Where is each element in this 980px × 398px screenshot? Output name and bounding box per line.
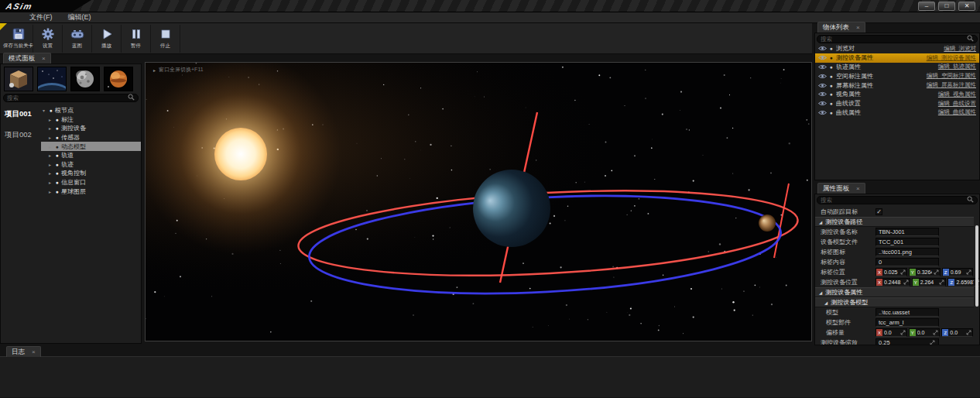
project-tab-0[interactable]: 项目001 (1, 107, 41, 128)
object-list-search-input[interactable]: 搜索 (817, 35, 978, 43)
object-edit-link[interactable]: 编辑_曲线属性 (938, 108, 976, 116)
tab-log-label: 日志 (12, 348, 25, 357)
property-value-field[interactable]: 0 (875, 258, 939, 266)
property-value-field[interactable]: TBN-J001 (875, 228, 939, 236)
property-value-field[interactable]: 0.25 (875, 338, 939, 345)
toolbar-button-save-floppy[interactable]: 保存当前关卡 (4, 25, 33, 53)
object-label: 曲线属性 (836, 108, 935, 117)
object-row-6[interactable]: ●曲线设置编辑_曲线设置 (815, 99, 979, 108)
visibility-eye-icon[interactable] (818, 55, 827, 60)
toolbar-button-pause[interactable]: 暂停 (122, 25, 151, 53)
tree-item-root[interactable]: ▾●根节点 (41, 106, 141, 115)
property-section-1[interactable]: ◢测控设备路径 (815, 217, 974, 227)
menu-file[interactable]: 文件(F) (29, 12, 53, 22)
toolbar-button-label: 播放 (101, 43, 111, 50)
mode-panel-search-input[interactable]: 搜索 (3, 94, 139, 102)
object-edit-link[interactable]: 编辑_视角属性 (938, 91, 976, 98)
property-value-field[interactable]: ..\tcc001.png (875, 248, 939, 256)
tab-object-list[interactable]: 物体列表 × (817, 22, 865, 33)
close-button[interactable]: ✕ (958, 2, 975, 11)
maximize-button[interactable]: □ (938, 2, 955, 11)
property-value-field[interactable]: tcc_arm_l (875, 318, 939, 327)
vector-field-y[interactable]: Y2.264 (912, 278, 947, 286)
toolbar-button-blueprint-gamepad[interactable]: 蓝图 (63, 25, 92, 53)
blueprint-gamepad-icon (70, 26, 85, 43)
vector-field-y[interactable]: Y0.32645 (909, 268, 941, 276)
close-icon[interactable]: × (856, 185, 860, 192)
object-row-3[interactable]: ●空间标注属性编辑_空间标注属性 (815, 71, 979, 81)
save-floppy-icon (11, 26, 26, 43)
tree-item-8[interactable]: ▸●星球图层 (41, 187, 141, 196)
vector-field-x[interactable]: X0.025 (875, 268, 907, 276)
asteroid-thumbnail[interactable] (70, 67, 100, 91)
object-row-5[interactable]: ●视角属性编辑_视角属性 (815, 90, 979, 99)
vector-field-z[interactable]: Z0.69 (942, 268, 974, 276)
visibility-eye-icon[interactable] (818, 74, 827, 79)
visibility-eye-icon[interactable] (818, 83, 827, 88)
tree-item-1[interactable]: ▸●测控设备 (41, 124, 141, 133)
visibility-eye-icon[interactable] (818, 101, 827, 106)
property-section-9[interactable]: ◢测控设备模型 (815, 297, 974, 307)
object-row-0[interactable]: ●浏览对编辑_浏览对 (815, 44, 979, 53)
tree-item-7[interactable]: ▸●信息窗口 (41, 178, 141, 187)
property-value-field[interactable]: ..\tcc.uasset (875, 308, 939, 317)
vector-field-y[interactable]: Y0.0 (909, 328, 941, 337)
3d-viewport[interactable]: ▸ 窗口全屏切换+F11 (145, 62, 812, 341)
tree-item-6[interactable]: ▸●视角控制 (41, 169, 141, 178)
object-edit-link[interactable]: 编辑_空间标注属性 (927, 72, 976, 80)
object-row-2[interactable]: ●轨迹属性编辑_轨迹属性 (815, 63, 979, 72)
search-icon (128, 94, 135, 102)
object-edit-link[interactable]: 编辑_屏幕标注属性 (927, 81, 976, 89)
toolbar-button-label: 暂停 (131, 43, 141, 50)
properties-scrollbar[interactable] (975, 225, 978, 307)
object-edit-link[interactable]: 编辑_测控设备属性 (927, 54, 976, 62)
toolbar-button-label: 保存当前关卡 (3, 43, 33, 50)
object-row-1[interactable]: ●测控设备属性编辑_测控设备属性 (815, 53, 979, 63)
project-tab-1[interactable]: 项目002 (1, 128, 41, 149)
tree-item-label: 传感器 (61, 133, 80, 142)
tab-mode-panel[interactable]: 模式面板 × (3, 53, 51, 63)
close-icon[interactable]: × (856, 24, 860, 31)
tree-item-0[interactable]: ▸●标注 (41, 115, 141, 125)
tree-item-3[interactable]: ▸●动态模型 (41, 142, 141, 151)
close-icon[interactable]: × (32, 348, 36, 355)
object-row-7[interactable]: ●曲线属性编辑_曲线属性 (815, 108, 979, 118)
visibility-eye-icon[interactable] (818, 46, 827, 51)
vector-field-x[interactable]: X0.2448 (875, 278, 910, 286)
tree-item-5[interactable]: ▸●轨迹 (41, 160, 141, 170)
property-section-8[interactable]: ◢测控设备属性 (815, 287, 974, 297)
visibility-eye-icon[interactable] (818, 91, 827, 97)
object-edit-link[interactable]: 编辑_轨迹属性 (938, 63, 976, 70)
object-edit-link[interactable]: 编辑_曲线设置 (938, 100, 976, 108)
tree-item-2[interactable]: ▸●传感器 (41, 133, 141, 142)
search-icon (967, 35, 974, 43)
tab-log[interactable]: 日志 × (6, 346, 41, 357)
object-row-4[interactable]: ●屏幕标注属性编辑_屏幕标注属性 (815, 81, 979, 90)
toolbar-button-stop[interactable]: 停止 (151, 25, 180, 53)
visibility-eye-icon[interactable] (818, 64, 827, 70)
properties-search-input[interactable]: 搜索 (817, 196, 978, 204)
box-thumbnail[interactable] (4, 67, 33, 91)
tree-item-4[interactable]: ▸●轨道 (41, 151, 141, 160)
minimize-button[interactable]: – (918, 2, 935, 11)
vector-field-x[interactable]: X0.0 (875, 328, 907, 337)
property-label: 标签内容 (815, 258, 875, 266)
checkbox[interactable]: ✓ (875, 208, 882, 215)
property-label: 模型 (815, 308, 875, 317)
vector-value: 0.0 (950, 330, 965, 335)
tree-item-label: 标注 (61, 115, 74, 124)
sky-thumbnail[interactable] (37, 67, 67, 91)
property-row-13: 测控设备缩放0.25 (815, 338, 974, 345)
close-icon[interactable]: × (42, 55, 46, 62)
object-edit-link[interactable]: 编辑_浏览对 (944, 45, 976, 53)
tab-properties[interactable]: 属性面板 × (817, 183, 865, 194)
visibility-eye-icon[interactable] (818, 110, 827, 115)
property-value-field[interactable]: TCC_001 (875, 238, 939, 246)
planet-thumbnail[interactable] (104, 67, 133, 91)
log-panel (0, 356, 980, 397)
toolbar-button-settings-gear[interactable]: 设置 (33, 25, 63, 53)
vector-field-z[interactable]: Z0.0 (941, 328, 973, 337)
axis-chip-y: Y (910, 269, 916, 276)
toolbar-button-play[interactable]: 播放 (92, 25, 122, 53)
menu-edit[interactable]: 编辑(E) (68, 12, 91, 22)
